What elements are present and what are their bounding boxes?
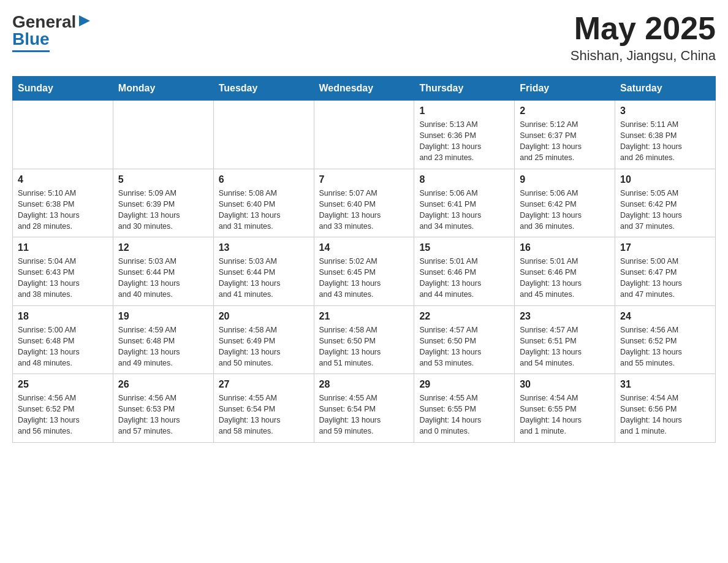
day-info: Sunrise: 5:00 AM Sunset: 6:47 PM Dayligh… — [620, 256, 710, 301]
day-number: 29 — [419, 379, 509, 390]
logo: General Blue — [12, 12, 93, 52]
day-number: 12 — [118, 242, 208, 253]
day-number: 2 — [520, 105, 610, 117]
day-number: 5 — [118, 174, 208, 185]
calendar-cell: 28Sunrise: 4:55 AM Sunset: 6:54 PM Dayli… — [314, 374, 414, 443]
calendar-cell: 11Sunrise: 5:04 AM Sunset: 6:43 PM Dayli… — [13, 237, 113, 306]
calendar-cell: 2Sunrise: 5:12 AM Sunset: 6:37 PM Daylig… — [515, 101, 615, 169]
calendar-cell — [113, 101, 213, 169]
calendar-cell: 19Sunrise: 4:59 AM Sunset: 6:48 PM Dayli… — [113, 305, 213, 374]
day-info: Sunrise: 5:01 AM Sunset: 6:46 PM Dayligh… — [419, 256, 509, 301]
day-header-monday: Monday — [113, 77, 213, 101]
day-number: 6 — [219, 174, 309, 185]
day-number: 4 — [18, 174, 108, 185]
day-info: Sunrise: 5:07 AM Sunset: 6:40 PM Dayligh… — [319, 188, 409, 232]
calendar-cell: 27Sunrise: 4:55 AM Sunset: 6:54 PM Dayli… — [213, 374, 314, 443]
day-header-friday: Friday — [515, 77, 615, 101]
day-number: 18 — [18, 311, 108, 322]
day-header-wednesday: Wednesday — [314, 77, 414, 101]
calendar-cell: 6Sunrise: 5:08 AM Sunset: 6:40 PM Daylig… — [213, 169, 314, 237]
calendar-cell: 14Sunrise: 5:02 AM Sunset: 6:45 PM Dayli… — [314, 237, 414, 306]
day-number: 24 — [620, 311, 710, 322]
calendar-week-3: 11Sunrise: 5:04 AM Sunset: 6:43 PM Dayli… — [13, 237, 716, 306]
calendar-cell: 31Sunrise: 4:54 AM Sunset: 6:56 PM Dayli… — [615, 374, 716, 443]
day-info: Sunrise: 4:56 AM Sunset: 6:53 PM Dayligh… — [118, 393, 208, 437]
calendar-cell: 4Sunrise: 5:10 AM Sunset: 6:38 PM Daylig… — [13, 169, 113, 237]
day-info: Sunrise: 4:54 AM Sunset: 6:55 PM Dayligh… — [520, 393, 610, 437]
calendar-cell: 5Sunrise: 5:09 AM Sunset: 6:39 PM Daylig… — [113, 169, 213, 237]
calendar-cell — [314, 101, 414, 169]
calendar-cell: 1Sunrise: 5:13 AM Sunset: 6:36 PM Daylig… — [414, 101, 515, 169]
day-info: Sunrise: 5:10 AM Sunset: 6:38 PM Dayligh… — [18, 188, 108, 232]
calendar-week-4: 18Sunrise: 5:00 AM Sunset: 6:48 PM Dayli… — [13, 305, 716, 374]
logo-blue-text: Blue — [12, 29, 50, 52]
day-header-tuesday: Tuesday — [213, 77, 314, 101]
day-info: Sunrise: 4:55 AM Sunset: 6:54 PM Dayligh… — [319, 393, 409, 437]
day-number: 31 — [620, 379, 710, 390]
day-info: Sunrise: 4:58 AM Sunset: 6:50 PM Dayligh… — [319, 324, 409, 369]
day-number: 14 — [319, 242, 409, 253]
day-info: Sunrise: 5:06 AM Sunset: 6:41 PM Dayligh… — [419, 188, 509, 232]
day-number: 23 — [520, 311, 610, 322]
day-info: Sunrise: 4:57 AM Sunset: 6:51 PM Dayligh… — [520, 324, 610, 369]
day-info: Sunrise: 5:13 AM Sunset: 6:36 PM Dayligh… — [419, 119, 509, 164]
calendar-cell: 17Sunrise: 5:00 AM Sunset: 6:47 PM Dayli… — [615, 237, 716, 306]
day-number: 13 — [219, 242, 309, 253]
day-number: 19 — [118, 311, 208, 322]
day-header-thursday: Thursday — [414, 77, 515, 101]
day-number: 20 — [219, 311, 309, 322]
location: Shishan, Jiangsu, China — [571, 48, 716, 64]
day-number: 7 — [319, 174, 409, 185]
calendar-cell: 20Sunrise: 4:58 AM Sunset: 6:49 PM Dayli… — [213, 305, 314, 374]
day-info: Sunrise: 4:56 AM Sunset: 6:52 PM Dayligh… — [18, 393, 108, 437]
calendar-cell: 24Sunrise: 4:56 AM Sunset: 6:52 PM Dayli… — [615, 305, 716, 374]
day-info: Sunrise: 5:00 AM Sunset: 6:48 PM Dayligh… — [18, 324, 108, 369]
day-header-sunday: Sunday — [13, 77, 113, 101]
day-info: Sunrise: 5:12 AM Sunset: 6:37 PM Dayligh… — [520, 119, 610, 164]
day-number: 16 — [520, 242, 610, 253]
day-number: 25 — [18, 379, 108, 390]
day-info: Sunrise: 5:11 AM Sunset: 6:38 PM Dayligh… — [620, 119, 710, 164]
calendar-cell: 8Sunrise: 5:06 AM Sunset: 6:41 PM Daylig… — [414, 169, 515, 237]
calendar-cell: 22Sunrise: 4:57 AM Sunset: 6:50 PM Dayli… — [414, 305, 515, 374]
day-info: Sunrise: 5:04 AM Sunset: 6:43 PM Dayligh… — [18, 256, 108, 301]
calendar-cell: 16Sunrise: 5:01 AM Sunset: 6:46 PM Dayli… — [515, 237, 615, 306]
calendar-cell: 7Sunrise: 5:07 AM Sunset: 6:40 PM Daylig… — [314, 169, 414, 237]
calendar-cell: 3Sunrise: 5:11 AM Sunset: 6:38 PM Daylig… — [615, 101, 716, 169]
day-number: 21 — [319, 311, 409, 322]
day-info: Sunrise: 5:02 AM Sunset: 6:45 PM Dayligh… — [319, 256, 409, 301]
day-info: Sunrise: 5:08 AM Sunset: 6:40 PM Dayligh… — [219, 188, 309, 232]
day-number: 30 — [520, 379, 610, 390]
calendar-week-1: 1Sunrise: 5:13 AM Sunset: 6:36 PM Daylig… — [13, 101, 716, 169]
calendar-cell: 29Sunrise: 4:55 AM Sunset: 6:55 PM Dayli… — [414, 374, 515, 443]
day-info: Sunrise: 5:05 AM Sunset: 6:42 PM Dayligh… — [620, 188, 710, 232]
day-info: Sunrise: 5:01 AM Sunset: 6:46 PM Dayligh… — [520, 256, 610, 301]
day-info: Sunrise: 5:06 AM Sunset: 6:42 PM Dayligh… — [520, 188, 610, 232]
svg-marker-0 — [79, 15, 90, 26]
day-info: Sunrise: 4:57 AM Sunset: 6:50 PM Dayligh… — [419, 324, 509, 369]
calendar-cell — [13, 101, 113, 169]
calendar-cell: 10Sunrise: 5:05 AM Sunset: 6:42 PM Dayli… — [615, 169, 716, 237]
calendar-cell: 13Sunrise: 5:03 AM Sunset: 6:44 PM Dayli… — [213, 237, 314, 306]
day-info: Sunrise: 5:03 AM Sunset: 6:44 PM Dayligh… — [118, 256, 208, 301]
calendar-cell: 23Sunrise: 4:57 AM Sunset: 6:51 PM Dayli… — [515, 305, 615, 374]
day-header-saturday: Saturday — [615, 77, 716, 101]
calendar-cell: 15Sunrise: 5:01 AM Sunset: 6:46 PM Dayli… — [414, 237, 515, 306]
logo-arrow-icon — [78, 14, 91, 30]
calendar-week-5: 25Sunrise: 4:56 AM Sunset: 6:52 PM Dayli… — [13, 374, 716, 443]
day-number: 15 — [419, 242, 509, 253]
day-number: 1 — [419, 105, 509, 117]
day-info: Sunrise: 5:03 AM Sunset: 6:44 PM Dayligh… — [219, 256, 309, 301]
calendar-table: SundayMondayTuesdayWednesdayThursdayFrid… — [12, 76, 716, 443]
month-title: May 2025 — [571, 12, 716, 44]
day-info: Sunrise: 4:58 AM Sunset: 6:49 PM Dayligh… — [219, 324, 309, 369]
calendar-week-2: 4Sunrise: 5:10 AM Sunset: 6:38 PM Daylig… — [13, 169, 716, 237]
day-number: 3 — [620, 105, 710, 117]
day-info: Sunrise: 5:09 AM Sunset: 6:39 PM Dayligh… — [118, 188, 208, 232]
calendar-cell: 25Sunrise: 4:56 AM Sunset: 6:52 PM Dayli… — [13, 374, 113, 443]
day-info: Sunrise: 4:54 AM Sunset: 6:56 PM Dayligh… — [620, 393, 710, 437]
calendar-cell: 21Sunrise: 4:58 AM Sunset: 6:50 PM Dayli… — [314, 305, 414, 374]
day-info: Sunrise: 4:56 AM Sunset: 6:52 PM Dayligh… — [620, 324, 710, 369]
calendar-cell: 30Sunrise: 4:54 AM Sunset: 6:55 PM Dayli… — [515, 374, 615, 443]
calendar-cell: 12Sunrise: 5:03 AM Sunset: 6:44 PM Dayli… — [113, 237, 213, 306]
